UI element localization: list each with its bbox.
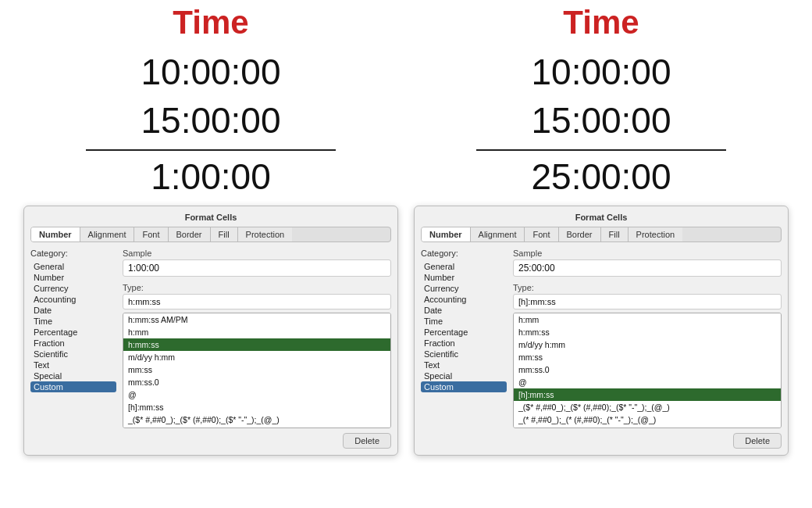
left-type-list[interactable]: h:mm:ss AM/PM h:mm h:mm:ss m/d/yy h:mm m… — [123, 313, 391, 428]
left-dialog-title: Format Cells — [30, 213, 391, 222]
right-type-item-8[interactable]: _(* #,##0_);_(* (#,##0);_(* "-"_);_(@_) — [514, 413, 781, 426]
left-type-item-8[interactable]: _($* #,##0_);_($* (#,##0);_($* "-"_);_(@… — [123, 413, 390, 426]
left-format-dialog: Format Cells Number Alignment Font Borde… — [23, 206, 398, 456]
left-type-item-5[interactable]: mm:ss.0 — [123, 376, 390, 388]
left-time-divider — [86, 149, 336, 151]
left-tab-protection[interactable]: Protection — [238, 227, 293, 241]
left-time-result: 1:00:00 — [151, 156, 270, 198]
left-cat-currency[interactable]: Currency — [30, 283, 116, 294]
left-type-item-3[interactable]: m/d/yy h:mm — [123, 351, 390, 363]
right-delete-button[interactable]: Delete — [733, 433, 782, 449]
left-time-title: Time — [173, 4, 248, 41]
right-type-item-0[interactable]: h:mm — [514, 313, 781, 326]
right-cat-special[interactable]: Special — [421, 370, 507, 381]
left-tab-number[interactable]: Number — [31, 227, 80, 241]
left-time-value2: 15:00:00 — [141, 99, 280, 141]
left-type-item-9[interactable]: _(* #,##0_);_(* (#,##0);_(* "-"_);_(@_) — [123, 426, 390, 428]
right-tab-alignment[interactable]: Alignment — [471, 227, 525, 241]
right-cat-accounting[interactable]: Accounting — [421, 294, 507, 305]
left-cat-accounting[interactable]: Accounting — [30, 294, 116, 305]
right-type-item-4[interactable]: mm:ss.0 — [514, 363, 781, 376]
right-cat-text[interactable]: Text — [421, 360, 507, 370]
right-cat-number[interactable]: Number — [421, 272, 507, 283]
left-sample-section: Sample 1:00:00 — [123, 249, 391, 277]
left-type-item-2[interactable]: h:mm:ss — [123, 338, 390, 351]
right-type-list[interactable]: h:mm h:mm:ss m/d/yy h:mm mm:ss mm:ss.0 @… — [513, 313, 782, 428]
left-cat-scientific[interactable]: Scientific — [30, 349, 116, 360]
left-cat-special[interactable]: Special — [30, 370, 116, 381]
right-main-panel: Sample 25:00:00 Type: [h]:mm:ss h:mm h:m… — [513, 249, 782, 449]
right-cat-date[interactable]: Date — [421, 305, 507, 316]
left-category-panel: Category: General Number Currency Accoun… — [30, 249, 116, 449]
right-type-label: Type: — [513, 283, 782, 292]
left-type-item-4[interactable]: mm:ss — [123, 363, 390, 376]
left-cat-number[interactable]: Number — [30, 272, 116, 283]
left-type-item-6[interactable]: @ — [123, 388, 390, 401]
left-type-item-1[interactable]: h:mm — [123, 326, 390, 338]
right-time-divider — [476, 149, 726, 151]
right-category-label: Category: — [421, 249, 507, 258]
left-tab-border[interactable]: Border — [169, 227, 211, 241]
left-cat-date[interactable]: Date — [30, 305, 116, 316]
right-cat-fraction[interactable]: Fraction — [421, 338, 507, 349]
right-cat-scientific[interactable]: Scientific — [421, 349, 507, 360]
left-cat-custom[interactable]: Custom — [30, 381, 116, 392]
right-type-item-9[interactable]: _(* #,##0.00_);_(* (#,##0.00);_(* "-"??_… — [514, 426, 781, 428]
right-tab-protection[interactable]: Protection — [629, 227, 683, 241]
left-type-item-7[interactable]: [h]:mm:ss — [123, 401, 390, 413]
left-delete-button[interactable]: Delete — [343, 433, 391, 449]
left-tab-fill[interactable]: Fill — [211, 227, 238, 241]
left-tab-font[interactable]: Font — [134, 227, 168, 241]
right-type-section: Type: [h]:mm:ss h:mm h:mm:ss m/d/yy h:mm… — [513, 283, 782, 428]
left-tab-bar: Number Alignment Font Border Fill Protec… — [30, 227, 391, 242]
left-sample-label: Sample — [123, 249, 391, 258]
right-tab-bar: Number Alignment Font Border Fill Protec… — [421, 227, 782, 242]
right-tab-fill[interactable]: Fill — [601, 227, 629, 241]
right-type-item-5[interactable]: @ — [514, 376, 781, 388]
left-sample-box: 1:00:00 — [123, 259, 391, 277]
right-category-list: General Number Currency Accounting Date … — [421, 261, 507, 392]
right-type-input[interactable]: [h]:mm:ss — [513, 294, 782, 309]
right-type-item-2[interactable]: m/d/yy h:mm — [514, 338, 781, 351]
right-time-title: Time — [563, 4, 639, 41]
right-type-item-3[interactable]: mm:ss — [514, 351, 781, 363]
right-cat-general[interactable]: General — [421, 261, 507, 272]
right-tab-font[interactable]: Font — [525, 227, 558, 241]
left-cat-fraction[interactable]: Fraction — [30, 338, 116, 349]
right-cat-custom[interactable]: Custom — [421, 381, 507, 392]
right-type-item-1[interactable]: h:mm:ss — [514, 326, 781, 338]
right-cat-percentage[interactable]: Percentage — [421, 327, 507, 338]
left-cat-percentage[interactable]: Percentage — [30, 327, 116, 338]
left-main-panel: Sample 1:00:00 Type: h:mm:ss h:mm:ss AM/… — [123, 249, 391, 449]
left-time-value1: 10:00:00 — [141, 51, 280, 93]
left-time-column: Time 10:00:00 15:00:00 1:00:00 — [16, 0, 406, 198]
left-type-section: Type: h:mm:ss h:mm:ss AM/PM h:mm h:mm:ss… — [123, 283, 391, 428]
right-time-result: 25:00:00 — [531, 156, 671, 198]
right-time-column: Time 10:00:00 15:00:00 25:00:00 — [406, 0, 796, 198]
right-cat-time[interactable]: Time — [421, 316, 507, 327]
left-category-list: General Number Currency Accounting Date … — [30, 261, 116, 392]
right-sample-section: Sample 25:00:00 — [513, 249, 782, 277]
right-sample-label: Sample — [513, 249, 782, 258]
left-category-label: Category: — [30, 249, 116, 258]
left-type-label: Type: — [123, 283, 391, 292]
left-tab-alignment[interactable]: Alignment — [80, 227, 135, 241]
right-dialog-title: Format Cells — [421, 213, 782, 222]
left-dialog-footer: Delete — [123, 433, 391, 449]
right-category-panel: Category: General Number Currency Accoun… — [421, 249, 507, 449]
right-time-value2: 15:00:00 — [531, 99, 671, 141]
right-sample-box: 25:00:00 — [513, 259, 782, 277]
right-cat-currency[interactable]: Currency — [421, 283, 507, 294]
right-type-item-7[interactable]: _($* #,##0_);_($* (#,##0);_($* "-"_);_(@… — [514, 401, 781, 413]
left-cat-general[interactable]: General — [30, 261, 116, 272]
right-dialog-footer: Delete — [513, 433, 782, 449]
right-time-value1: 10:00:00 — [531, 51, 671, 93]
left-cat-time[interactable]: Time — [30, 316, 116, 327]
right-tab-number[interactable]: Number — [422, 227, 471, 241]
left-type-input[interactable]: h:mm:ss — [123, 294, 391, 309]
left-type-item-0[interactable]: h:mm:ss AM/PM — [123, 313, 390, 326]
right-format-dialog: Format Cells Number Alignment Font Borde… — [414, 206, 789, 456]
left-cat-text[interactable]: Text — [30, 360, 116, 370]
right-type-item-6[interactable]: [h]:mm:ss — [514, 388, 781, 401]
right-tab-border[interactable]: Border — [559, 227, 601, 241]
